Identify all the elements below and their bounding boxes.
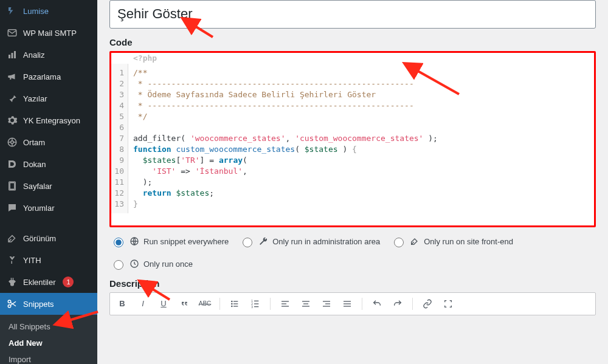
sidebar-item-label: Pazarlama: [23, 72, 61, 81]
front-icon: [409, 236, 420, 247]
svg-rect-25: [282, 303, 286, 304]
redo-button[interactable]: [392, 298, 404, 310]
run-option-0[interactable]: Run snippet everywhere: [111, 236, 229, 247]
code-line: * --------------------------------------…: [133, 78, 438, 89]
sidebar-item-lumise[interactable]: Lumise: [0, 0, 97, 22]
code-line: 'IST' => 'İstanbul',: [133, 166, 438, 177]
code-line: function custom_woocommerce_states( $sta…: [133, 144, 438, 155]
globe-icon: [129, 236, 140, 247]
sidebar-item-pazarlama[interactable]: Pazarlama: [0, 66, 97, 88]
sidebar-item-sayfalar[interactable]: Sayfalar: [0, 175, 97, 197]
code-line: add_filter( 'woocommerce_states', 'custo…: [133, 133, 438, 144]
description-heading: Description: [109, 278, 596, 289]
sidebar-item-snippets[interactable]: Snippets: [0, 293, 97, 315]
svg-rect-19: [254, 300, 258, 301]
sidebar-item-label: Yazılar: [23, 94, 47, 103]
run-option-2[interactable]: Only run on site front-end: [391, 236, 513, 247]
main-content: Code <?php 12345678910111213 /** * -----…: [97, 0, 608, 364]
sidebar-item-yazılar[interactable]: Yazılar: [0, 88, 97, 109]
admin-sidebar: LumiseWP Mail SMTPAnalizPazarlamaYazılar…: [0, 0, 97, 364]
undo-button[interactable]: [371, 298, 383, 310]
sidebar-item-label: YK Entegrasyon: [23, 116, 80, 125]
sidebar-item-dokan[interactable]: Dokan: [0, 153, 97, 175]
sidebar-item-label: Snippets: [23, 300, 54, 309]
sidebar-item-wp-mail-smtp[interactable]: WP Mail SMTP: [0, 22, 97, 44]
run-option-1[interactable]: Only run in administration area: [240, 236, 380, 247]
run-scope-row: Run snippet everywhereOnly run in admini…: [111, 236, 595, 270]
align-right-button[interactable]: [320, 298, 333, 310]
svg-rect-32: [323, 306, 330, 306]
quote-button[interactable]: [178, 298, 190, 310]
svg-rect-34: [344, 303, 351, 304]
media-icon: [6, 136, 18, 148]
sidebar-item-label: WP Mail SMTP: [23, 29, 77, 38]
align-center-button[interactable]: [300, 298, 312, 310]
sidebar-item-label: Yorumlar: [23, 204, 55, 213]
sidebar-item-ortam[interactable]: Ortam: [0, 131, 97, 153]
sidebar-item-yith[interactable]: YITH: [0, 249, 97, 271]
italic-button[interactable]: I: [137, 298, 149, 310]
svg-rect-23: [254, 306, 258, 307]
run-option-radio[interactable]: [114, 238, 123, 247]
snippet-title-input[interactable]: [109, 0, 596, 29]
clock-icon: [129, 258, 140, 269]
svg-point-9: [8, 305, 11, 308]
wrench-icon: [258, 236, 269, 247]
svg-rect-15: [233, 303, 238, 304]
sidebar-item-label: Görünüm: [23, 234, 56, 243]
svg-point-16: [231, 305, 233, 307]
bold-button[interactable]: B: [116, 298, 128, 310]
fullscreen-button[interactable]: [442, 298, 454, 310]
code-area[interactable]: /** * ----------------------------------…: [128, 64, 443, 213]
code-line: /**: [133, 67, 438, 78]
sidebar-item-görünüm[interactable]: Görünüm: [0, 227, 97, 249]
bullet-list-button[interactable]: [229, 298, 241, 310]
number-list-button[interactable]: 123: [249, 298, 261, 310]
php-open-tag: <?php: [111, 53, 594, 64]
svg-rect-35: [344, 306, 351, 306]
dokan-icon: [6, 158, 18, 170]
sidebar-item-label: YITH: [23, 256, 41, 265]
scissors-icon: [6, 298, 18, 310]
svg-point-8: [8, 300, 11, 303]
sidebar-item-yorumlar[interactable]: Yorumlar: [0, 197, 97, 219]
svg-rect-24: [282, 301, 289, 301]
run-option-radio[interactable]: [243, 238, 252, 247]
snippets-submenu: All SnippetsAdd NewImportSettings: [0, 315, 97, 364]
svg-rect-2: [12, 53, 13, 58]
svg-rect-26: [282, 306, 289, 306]
code-line: [133, 122, 438, 133]
submenu-item-add-new[interactable]: Add New: [0, 335, 97, 351]
yith-icon: [6, 254, 18, 266]
code-heading: Code: [109, 37, 596, 47]
appearance-icon: [6, 232, 18, 244]
svg-rect-30: [323, 301, 330, 301]
submenu-item-import[interactable]: Import: [0, 351, 97, 364]
sidebar-item-yk-entegrasyon[interactable]: YK Entegrasyon: [0, 109, 97, 131]
code-line: * Ödeme Sayfasında Sadece Belirli Şehirl…: [133, 89, 438, 100]
sidebar-item-label: Eklentiler: [23, 278, 55, 287]
sidebar-item-label: Analiz: [23, 50, 44, 60]
run-option-3[interactable]: Only run once: [111, 258, 193, 270]
code-line: */: [133, 111, 438, 122]
align-justify-button[interactable]: [341, 298, 353, 310]
run-option-radio[interactable]: [114, 260, 123, 270]
link-button[interactable]: [421, 298, 434, 310]
strike-button[interactable]: ABC: [199, 298, 211, 310]
sidebar-item-label: Lumise: [23, 7, 49, 16]
run-option-radio[interactable]: [394, 238, 404, 247]
run-option-label: Only run once: [143, 259, 193, 269]
update-badge: 1: [63, 276, 74, 287]
svg-rect-13: [233, 301, 238, 301]
code-editor[interactable]: <?php 12345678910111213 /** * ----------…: [109, 51, 596, 227]
align-left-button[interactable]: [279, 298, 291, 310]
code-line: return $states;: [133, 188, 438, 199]
submenu-item-all-snippets[interactable]: All Snippets: [0, 318, 97, 335]
code-line: );: [133, 177, 438, 188]
run-option-label: Only run in administration area: [272, 237, 380, 246]
svg-rect-31: [325, 303, 330, 304]
underline-button[interactable]: U: [157, 298, 170, 310]
sidebar-item-analiz[interactable]: Analiz: [0, 44, 97, 66]
sidebar-item-eklentiler[interactable]: Eklentiler1: [0, 271, 97, 293]
svg-rect-1: [9, 55, 10, 58]
